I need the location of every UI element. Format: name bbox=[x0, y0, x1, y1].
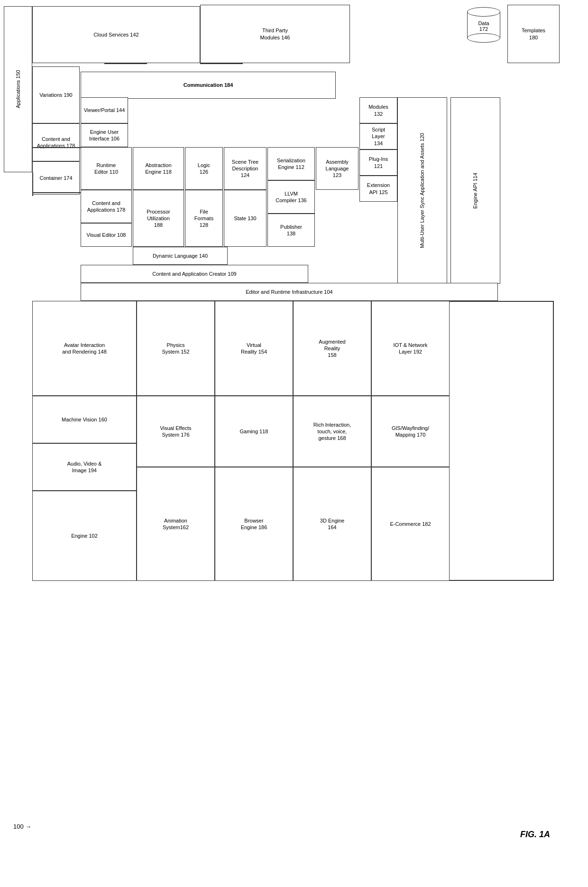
scene-tree-box: Scene TreeDescription124 bbox=[224, 147, 266, 190]
content-apps2-box: Content andApplications 178 bbox=[81, 190, 132, 223]
machine-vision-box: Machine Vision 160 bbox=[32, 396, 137, 443]
script-layer-label: ScriptLayer134 bbox=[372, 126, 385, 147]
script-layer-box: ScriptLayer134 bbox=[359, 123, 397, 149]
templates-label: Templates180 bbox=[522, 27, 545, 41]
augmented-reality-label: AugmentedReality158 bbox=[319, 338, 345, 359]
communication-box: Communication 184 bbox=[81, 72, 336, 99]
assembly-lang-label: AssemblyLanguage123 bbox=[326, 159, 349, 179]
virtual-reality-box: VirtualReality 154 bbox=[215, 301, 293, 396]
runtime-editor-box: RuntimeEditor 110 bbox=[81, 147, 132, 190]
avatar-interact-label: Avatar Interactionand Rendering 148 bbox=[62, 342, 107, 355]
audio-video-box: Audio, Video &Image 194 bbox=[32, 443, 137, 491]
variations-label: Variations 190 bbox=[39, 92, 73, 98]
diagram: 100 → FIG. 1A Cloud Services 142 Third P… bbox=[0, 0, 588, 887]
processor-util-label: ProcessorUtilization188 bbox=[147, 208, 170, 229]
visual-editor-box: Visual Editor 108 bbox=[81, 223, 132, 247]
physics-system-box: PhysicsSystem 152 bbox=[137, 301, 215, 396]
viewer-portal-label: Viewer/Portal 144 bbox=[84, 107, 125, 113]
iot-network-label: IOT & NetworkLayer 192 bbox=[394, 342, 428, 355]
engine102-label: Engine 102 bbox=[71, 532, 98, 539]
gis-wayfinding-label: GIS/Wayfinding/Mapping 170 bbox=[392, 425, 429, 439]
state-box: State 130 bbox=[224, 190, 266, 247]
variations-box: Variations 190 bbox=[32, 66, 80, 123]
iot-network-box: IOT & NetworkLayer 192 bbox=[371, 301, 450, 396]
fig-label: FIG. 1A bbox=[520, 830, 550, 840]
ref-100: 100 → bbox=[13, 823, 31, 830]
rich-interaction-box: Rich Interaction,touch, voice,gesture 16… bbox=[293, 396, 371, 467]
animation-box: AnimationSystem162 bbox=[137, 467, 215, 581]
avatar-interact-box: Avatar Interactionand Rendering 148 bbox=[32, 301, 137, 396]
cloud-services-box: Cloud Services 142 bbox=[32, 6, 200, 63]
viewer-portal-box: Viewer/Portal 144 bbox=[81, 97, 128, 123]
logic-label: Logic126 bbox=[198, 162, 210, 176]
line-cloud-comm bbox=[104, 63, 147, 64]
rich-interaction-label: Rich Interaction,touch, voice,gesture 16… bbox=[313, 421, 351, 442]
serialization-box: SerializationEngine 112 bbox=[267, 147, 315, 180]
hline-left1 bbox=[32, 147, 81, 148]
data-cylinder: Data172 bbox=[467, 7, 500, 43]
applications-box: Applications 150 bbox=[4, 6, 32, 172]
dynamic-lang-box: Dynamic Language 140 bbox=[133, 247, 228, 265]
ecommerce-label: E-Commerce 182 bbox=[390, 521, 431, 527]
content-apps2-label: Content andApplications 178 bbox=[87, 200, 126, 214]
applications-label: Applications 150 bbox=[15, 70, 21, 109]
ecommerce-box: E-Commerce 182 bbox=[371, 467, 450, 581]
third-party-label: Third PartyModules 146 bbox=[260, 27, 290, 41]
modules-label: Modules132 bbox=[368, 103, 388, 117]
augmented-reality-box: AugmentedReality158 bbox=[293, 301, 371, 396]
content-app-creator-box: Content and Application Creator 109 bbox=[81, 265, 308, 283]
plug-ins-label: Plug-Ins121 bbox=[369, 156, 388, 169]
abstraction-engine-box: AbstractionEngine 118 bbox=[133, 147, 184, 190]
extension-api-label: ExtensionAPI 125 bbox=[367, 182, 390, 196]
browser-engine-label: BrowserEngine 186 bbox=[241, 517, 267, 531]
llvm-compiler-label: LLVMCompiler 136 bbox=[276, 190, 306, 204]
multi-user-box: Multi-User Layer Sync Application and As… bbox=[397, 97, 447, 284]
serialization-label: SerializationEngine 112 bbox=[277, 157, 305, 171]
machine-vision-label: Machine Vision 160 bbox=[62, 416, 107, 423]
engine-ui-box: Engine User Interface 106 bbox=[81, 123, 128, 147]
publisher-label: Publisher138 bbox=[280, 224, 302, 237]
engine-ui-label: Engine User Interface 106 bbox=[81, 129, 128, 142]
assembly-lang-box: AssemblyLanguage123 bbox=[316, 147, 358, 190]
cyl-top bbox=[467, 7, 500, 17]
content-app-creator-label: Content and Application Creator 109 bbox=[152, 271, 236, 277]
communication-label: Communication 184 bbox=[184, 82, 233, 88]
virtual-reality-label: VirtualReality 154 bbox=[241, 342, 267, 355]
file-formats-label: FileFormats128 bbox=[194, 208, 213, 229]
abstraction-engine-label: AbstractionEngine 118 bbox=[145, 162, 172, 176]
gaming-box: Gaming 118 bbox=[215, 396, 293, 467]
3d-engine-label: 3D Engine164 bbox=[320, 517, 344, 531]
extension-api-box: ExtensionAPI 125 bbox=[359, 176, 397, 202]
gis-wayfinding-box: GIS/Wayfinding/Mapping 170 bbox=[371, 396, 450, 467]
publisher-box: Publisher138 bbox=[267, 214, 315, 247]
line-tp-comm bbox=[200, 63, 243, 64]
animation-label: AnimationSystem162 bbox=[163, 517, 189, 531]
file-formats-box: FileFormats128 bbox=[185, 190, 223, 247]
processor-util-box: ProcessorUtilization188 bbox=[133, 190, 184, 247]
third-party-box: Third PartyModules 146 bbox=[200, 5, 350, 63]
visual-effects-label: Visual EffectsSystem 176 bbox=[160, 425, 191, 439]
engine-api-box: Engine API 114 bbox=[450, 97, 500, 284]
llvm-compiler-box: LLVMCompiler 136 bbox=[267, 180, 315, 214]
plug-ins-box: Plug-Ins121 bbox=[359, 149, 397, 176]
content-apps-box: Content and Applications 178 bbox=[32, 123, 80, 161]
physics-system-label: PhysicsSystem 152 bbox=[162, 342, 189, 355]
state-label: State 130 bbox=[234, 215, 256, 222]
editor-runtime-label: Editor and Runtime Infrastructure 104 bbox=[246, 289, 332, 295]
editor-runtime-box: Editor and Runtime Infrastructure 104 bbox=[81, 283, 498, 301]
dynamic-lang-label: Dynamic Language 140 bbox=[153, 252, 208, 259]
hline-left2 bbox=[32, 192, 81, 193]
engine102-box: Engine 102 bbox=[32, 491, 137, 581]
container-label: Container 174 bbox=[39, 175, 72, 181]
runtime-editor-label: RuntimeEditor 110 bbox=[94, 162, 118, 176]
engine-api-label: Engine API 114 bbox=[472, 173, 478, 209]
3d-engine-box: 3D Engine164 bbox=[293, 467, 371, 581]
scene-tree-label: Scene TreeDescription124 bbox=[232, 159, 258, 179]
browser-engine-box: BrowserEngine 186 bbox=[215, 467, 293, 581]
gaming-label: Gaming 118 bbox=[240, 428, 268, 435]
cloud-services-label: Cloud Services 142 bbox=[93, 31, 138, 38]
container-box: Container 174 bbox=[32, 161, 80, 195]
templates-box: Templates180 bbox=[507, 5, 560, 63]
multi-user-label: Multi-User Layer Sync Application and As… bbox=[419, 133, 425, 248]
logic-box: Logic126 bbox=[185, 147, 223, 190]
